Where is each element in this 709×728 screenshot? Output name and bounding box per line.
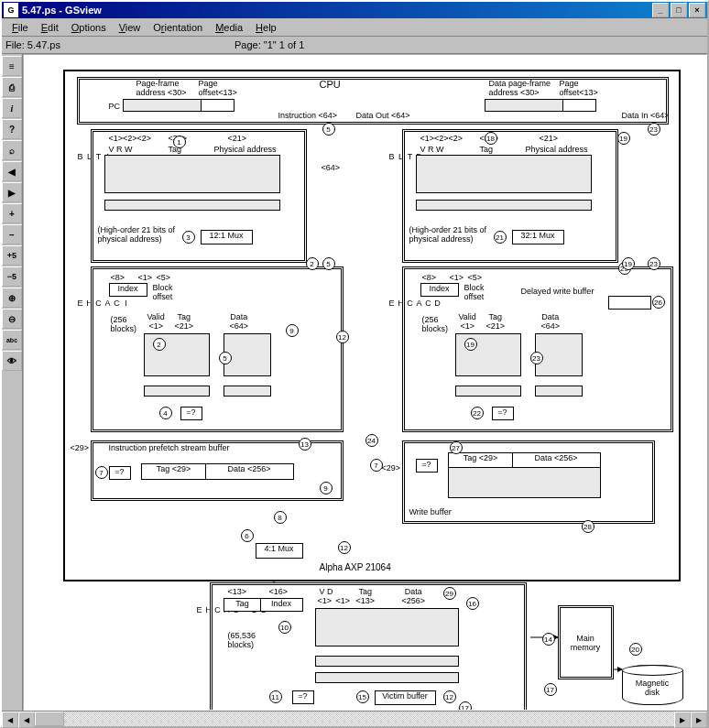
tool-print[interactable]: ⎙: [2, 77, 22, 97]
alpha-label: Alpha AXP 21064: [320, 562, 391, 572]
step-1: 1: [173, 136, 186, 148]
ic-index: Index: [109, 283, 147, 297]
dtlb-tag: Tag: [480, 145, 494, 154]
step-12b: 12: [338, 541, 351, 554]
step-15: 15: [356, 690, 369, 703]
pageframe-label: Page-frame address <30>: [136, 79, 187, 97]
dc-tag21: Tag <21>: [486, 312, 506, 331]
dtlb-highorder: (High-order 21 bits of physical address): [409, 225, 487, 244]
menu-edit[interactable]: Edit: [35, 21, 65, 34]
l2-row3: [315, 672, 459, 683]
itlb-highorder: (High-order 21 bits of physical address): [98, 225, 176, 244]
step-7: 7: [95, 466, 108, 479]
tool-plus[interactable]: +: [2, 203, 22, 223]
pf-eq: =?: [109, 466, 131, 480]
close-button[interactable]: ×: [689, 3, 705, 17]
step-2: 2: [153, 338, 166, 351]
step-2a: 2: [306, 257, 319, 270]
tool-eye[interactable]: 👁: [2, 351, 22, 371]
dc-eq: =?: [492, 407, 514, 420]
ic-data64: Data <64>: [230, 312, 249, 331]
dpc-reg: [485, 99, 564, 112]
bits29b: <29>: [382, 463, 401, 473]
l2-tag: Tag: [224, 598, 262, 612]
scroll-right2-button[interactable]: ▶: [691, 712, 707, 728]
step-27: 27: [450, 441, 463, 454]
tool-next[interactable]: ▶: [2, 182, 22, 202]
itlb-table: [104, 155, 280, 193]
ic-valid: Valid <1>: [147, 312, 165, 331]
cpu-label: CPU: [320, 79, 341, 90]
step-5b: 5: [322, 257, 335, 270]
document-viewport[interactable]: Alpha AXP 21064 CPU Page-frame address <…: [23, 54, 707, 711]
dtlb-mux: 32:1 Mux: [512, 230, 564, 244]
ic-bits1s: <1>: [138, 273, 153, 282]
dpageoffset-label: Page offset<13>: [560, 79, 598, 97]
instr-label: Instruction <64>: [278, 111, 338, 120]
pc-reg: [123, 99, 202, 112]
menu-file[interactable]: File: [5, 21, 35, 34]
tool-zoomin[interactable]: ⊕: [2, 288, 22, 308]
maximize-button[interactable]: □: [671, 3, 687, 17]
app-window: G 5.47.ps - GSview _ □ × File Edit Optio…: [0, 0, 709, 728]
dc-datarow2: [535, 386, 583, 397]
scroll-right-button[interactable]: ▶: [674, 712, 691, 728]
itlb-phys: Physical address: [214, 145, 277, 154]
tool-find[interactable]: ⌕: [2, 140, 22, 160]
tool-minus[interactable]: −: [2, 224, 22, 244]
tool-prev[interactable]: ◀: [2, 161, 22, 181]
l2-data256: Data <256>: [402, 587, 426, 605]
dc-delayedbox: [608, 296, 651, 310]
tool-open[interactable]: ≡: [2, 56, 22, 76]
horizontal-scrollbar[interactable]: ◀ ◀ ▶ ▶: [2, 711, 707, 726]
l2-blocks: (65,536 blocks): [228, 631, 256, 649]
scroll-left2-button[interactable]: ◀: [18, 712, 35, 728]
step-29: 29: [443, 587, 456, 600]
step-24: 24: [365, 434, 378, 447]
wb-rows: [448, 467, 601, 498]
scroll-thumb[interactable]: [35, 712, 64, 726]
tool-abc[interactable]: abc: [2, 330, 22, 350]
body: ≡ ⎙ i ? ⌕ ◀ ▶ + − +5 −5 ⊕ ⊖ abc 👁: [2, 54, 707, 711]
tool-help[interactable]: ?: [2, 119, 22, 139]
menu-media[interactable]: Media: [209, 21, 249, 34]
scroll-left-button[interactable]: ◀: [2, 712, 18, 728]
dc-valid: Valid <1>: [459, 312, 476, 331]
tool-plus5[interactable]: +5: [2, 245, 22, 266]
step-10: 10: [278, 621, 291, 634]
disk-label: Magnetic disk: [636, 679, 670, 697]
tool-info[interactable]: i: [2, 98, 22, 118]
step-12a: 12: [336, 331, 349, 343]
tool-minus5[interactable]: −5: [2, 266, 22, 287]
menu-help[interactable]: Help: [249, 21, 283, 34]
dc-data64: Data <64>: [541, 312, 561, 331]
step-14: 14: [542, 633, 555, 646]
dc-bits5: <5>: [468, 273, 483, 282]
mux41: 4:1 Mux: [256, 543, 303, 559]
l2-victim: Victim buffer: [375, 690, 436, 705]
scroll-track[interactable]: [35, 712, 674, 726]
bits29a: <29>: [71, 443, 90, 452]
tool-zoomout[interactable]: ⊖: [2, 309, 22, 329]
itlb-bits21: <21>: [228, 134, 247, 143]
l2-vd: V D: [320, 587, 333, 596]
ic-blocks256: (256 blocks): [111, 315, 137, 333]
dtlb-table: [416, 155, 592, 193]
menu-orientation[interactable]: Orientation: [147, 21, 209, 34]
minimize-button[interactable]: _: [652, 3, 669, 17]
mainmem-box: Main memory: [558, 605, 614, 679]
pf-data: Data <256>: [205, 463, 294, 480]
menu-view[interactable]: View: [113, 21, 147, 34]
dc-tagrow2: [455, 386, 521, 397]
dtlb-row2: [416, 200, 592, 211]
step-19a: 19: [617, 132, 630, 145]
step-5: 5: [219, 352, 232, 364]
step-20: 20: [629, 643, 642, 656]
ic-tag21: Tag <21>: [175, 312, 194, 331]
diagram: Alpha AXP 21064 CPU Page-frame address <…: [36, 60, 695, 711]
step-22: 22: [471, 407, 484, 419]
menu-options[interactable]: Options: [65, 21, 113, 34]
menubar: File Edit Options View Orientation Media…: [2, 18, 707, 37]
dtlb-bits21: <21>: [540, 134, 559, 143]
toolbar: ≡ ⎙ i ? ⌕ ◀ ▶ + − +5 −5 ⊕ ⊖ abc 👁: [2, 54, 23, 711]
